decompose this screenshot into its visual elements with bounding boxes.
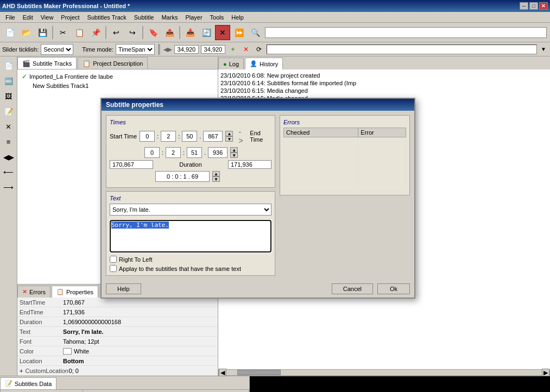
text-area[interactable]: Sorry, I'm late. — [110, 220, 271, 252]
sep-3: . — [199, 133, 201, 140]
errors-label: Errors — [283, 119, 406, 125]
end-time-row: : : . ▲ ▼ — [144, 147, 271, 158]
errors-section: Errors Checked Error — [280, 115, 410, 195]
start-val-box: 170,867 — [110, 160, 153, 169]
duration-row: ▲ ▼ — [155, 171, 271, 182]
end-up-btn[interactable]: ▲ — [230, 147, 238, 153]
duration-input[interactable] — [155, 171, 210, 182]
dur-spinner: ▲ ▼ — [212, 171, 220, 182]
errors-cell-1 — [284, 137, 358, 192]
end-s-input[interactable] — [187, 147, 202, 158]
start-down-btn[interactable]: ▼ — [225, 136, 233, 142]
errors-table: Checked Error — [283, 128, 406, 192]
cancel-button[interactable]: Cancel — [332, 283, 373, 294]
times-label: Times — [110, 119, 271, 125]
arrow-label: -> — [238, 128, 244, 145]
start-spinner: ▲ ▼ — [225, 131, 233, 142]
start-s-input[interactable] — [182, 131, 197, 142]
dialog-buttons: Help Cancel Ok — [102, 280, 414, 298]
dialog-title-bar: Subtitle properties — [102, 99, 414, 111]
dialog-title: Subtitle properties — [106, 101, 163, 109]
errors-cell-2 — [358, 137, 406, 192]
ok-button[interactable]: Ok — [377, 283, 410, 294]
text-combo-row: Sorry, I'm late. — [110, 204, 271, 218]
text-label: Text — [110, 195, 271, 201]
apply-label: Applay to the subtitles that have the sa… — [119, 265, 241, 272]
end-h-input[interactable] — [144, 147, 160, 158]
times-section: Times Start Time : : . ▲ ▼ — [106, 115, 275, 188]
help-button[interactable]: Help — [106, 283, 141, 294]
dialog-right: Errors Checked Error — [280, 115, 410, 276]
rtl-checkbox[interactable] — [110, 256, 117, 263]
val-row: 170,867 Duration 171,936 — [110, 160, 271, 169]
sep-2: : — [178, 133, 180, 140]
start-time-row: Start Time : : . ▲ ▼ -> End Time — [110, 128, 271, 145]
start-h-input[interactable] — [140, 131, 155, 142]
start-time-label: Start Time — [110, 133, 137, 140]
dialog-left: Times Start Time : : . ▲ ▼ — [106, 115, 275, 276]
duration-label: Duration — [155, 161, 226, 168]
dur-down-btn[interactable]: ▼ — [212, 176, 220, 182]
right-buttons: Cancel Ok — [332, 283, 410, 294]
end-time-label: End Time — [250, 130, 271, 143]
start-up-btn[interactable]: ▲ — [225, 131, 233, 136]
rtl-row: Right To Left — [110, 256, 271, 263]
text-section: Text Sorry, I'm late. Sorry, I'm late. R… — [106, 191, 275, 276]
errors-col-checked[interactable]: Checked — [284, 128, 358, 137]
sep-1: : — [157, 133, 159, 140]
start-ms-input[interactable] — [203, 131, 223, 142]
apply-row: Applay to the subtitles that have the sa… — [110, 265, 271, 272]
dur-up-btn[interactable]: ▲ — [212, 171, 220, 176]
apply-checkbox[interactable] — [110, 265, 117, 272]
subtitle-properties-dialog: Subtitle properties Times Start Time : :… — [100, 98, 415, 299]
errors-col-error[interactable]: Error — [358, 128, 406, 137]
modal-overlay: Subtitle properties Times Start Time : :… — [0, 0, 550, 392]
start-m-input[interactable] — [161, 131, 176, 142]
end-m-input[interactable] — [166, 147, 181, 158]
text-combo[interactable]: Sorry, I'm late. — [110, 204, 271, 216]
sep-5: : — [183, 149, 185, 156]
sep-6: . — [204, 149, 206, 156]
sep-4: : — [162, 149, 163, 156]
end-down-btn[interactable]: ▼ — [230, 153, 238, 158]
end-ms-input[interactable] — [208, 147, 227, 158]
dialog-content: Times Start Time : : . ▲ ▼ — [102, 111, 414, 280]
end-val-box: 171,936 — [228, 160, 271, 169]
end-spinner: ▲ ▼ — [230, 147, 238, 158]
rtl-label: Right To Left — [119, 256, 153, 263]
